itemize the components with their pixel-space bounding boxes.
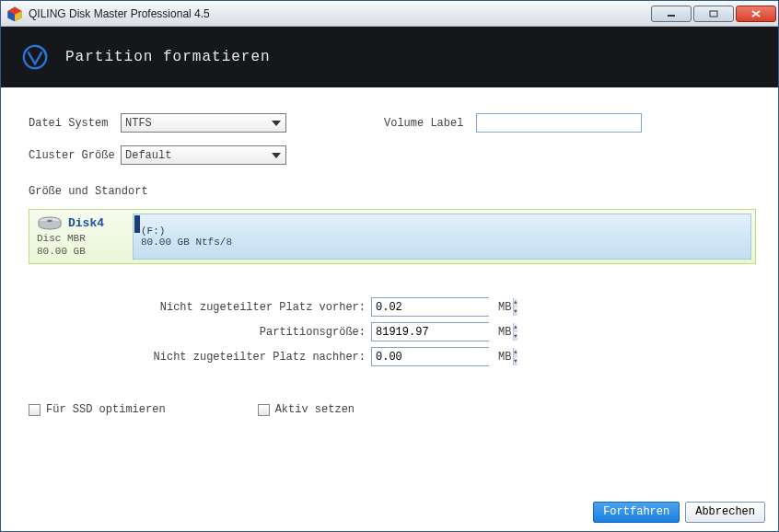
- unalloc-after-input[interactable]: [372, 348, 513, 365]
- minimize-icon: [667, 10, 676, 17]
- partition-handle[interactable]: [134, 215, 140, 233]
- chevron-down-icon: [268, 148, 284, 162]
- unit-label: MB: [498, 326, 511, 339]
- spinner-down-icon[interactable]: ▼: [514, 332, 517, 341]
- maximize-button[interactable]: [693, 6, 734, 22]
- spinner-up-icon[interactable]: ▲: [514, 348, 517, 357]
- unit-label: MB: [498, 351, 511, 364]
- ssd-optimize-checkbox[interactable]: Für SSD optimieren: [29, 403, 166, 416]
- unalloc-before-input[interactable]: [372, 298, 513, 316]
- volume-label-label: Volume Label: [384, 117, 476, 130]
- volume-label-input[interactable]: [476, 113, 642, 133]
- page-title: Partition formatieren: [65, 49, 271, 65]
- hdd-icon: [37, 215, 63, 232]
- cluster-size-value: Default: [125, 149, 171, 162]
- spinner-down-icon[interactable]: ▼: [514, 307, 517, 317]
- checkbox-icon: [29, 404, 41, 416]
- partition-description: 80.00 GB Ntfs/8: [141, 237, 750, 248]
- unalloc-before-label: Nicht zugeteilter Platz vorher:: [29, 301, 371, 314]
- unalloc-before-spinner[interactable]: ▲ ▼: [371, 297, 489, 317]
- svg-marker-10: [272, 153, 281, 158]
- logo-icon: [21, 43, 49, 71]
- disk-name: Disk4: [68, 216, 104, 230]
- unalloc-after-spinner[interactable]: ▲ ▼: [371, 347, 489, 366]
- file-system-label: Datei System: [29, 117, 121, 130]
- partition-size-input[interactable]: [372, 323, 513, 341]
- maximize-icon: [709, 10, 718, 17]
- disk-info: Disk4 Disc MBR 80.00 GB: [33, 214, 133, 260]
- chevron-down-icon: [268, 116, 284, 130]
- file-system-select[interactable]: NTFS: [121, 113, 286, 133]
- disk-type: Disc MBR: [37, 232, 133, 245]
- close-icon: [751, 10, 761, 17]
- unit-label: MB: [498, 301, 511, 314]
- footer: Fortfahren Abbrechen: [1, 492, 778, 531]
- partition-bar[interactable]: (F:) 80.00 GB Ntfs/8: [133, 214, 751, 260]
- cluster-size-label: Cluster Größe: [29, 149, 121, 162]
- app-icon: [6, 6, 23, 22]
- cancel-button[interactable]: Abbrechen: [685, 502, 765, 523]
- titlebar: QILING Disk Master Professional 4.5: [1, 1, 778, 27]
- unalloc-after-label: Nicht zugeteilter Platz nachher:: [29, 351, 371, 364]
- minimize-button[interactable]: [651, 6, 692, 22]
- spinner-down-icon[interactable]: ▼: [514, 357, 517, 366]
- partition-drive-letter: (F:): [141, 226, 750, 237]
- disk-panel: Disk4 Disc MBR 80.00 GB (F:) 80.00 GB Nt…: [29, 209, 756, 264]
- svg-rect-5: [710, 11, 717, 17]
- content-area: Datei System NTFS Volume Label Cluster G…: [1, 87, 778, 492]
- continue-button[interactable]: Fortfahren: [593, 502, 680, 523]
- disk-capacity: 80.00 GB: [37, 245, 133, 258]
- svg-point-12: [47, 220, 52, 222]
- partition-size-spinner[interactable]: ▲ ▼: [371, 322, 489, 341]
- svg-marker-9: [272, 121, 281, 126]
- file-system-value: NTFS: [125, 117, 152, 130]
- partition-size-label: Partitionsgröße:: [29, 326, 371, 339]
- set-active-label: Aktiv setzen: [275, 403, 355, 416]
- page-header: Partition formatieren: [1, 27, 778, 87]
- cluster-size-select[interactable]: Default: [121, 145, 286, 165]
- checkbox-icon: [258, 404, 270, 416]
- ssd-optimize-label: Für SSD optimieren: [46, 403, 166, 416]
- close-button[interactable]: [736, 6, 776, 22]
- spinner-up-icon[interactable]: ▲: [514, 298, 517, 307]
- set-active-checkbox[interactable]: Aktiv setzen: [258, 403, 355, 416]
- spinner-up-icon[interactable]: ▲: [514, 323, 517, 332]
- size-section-heading: Größe und Standort: [29, 185, 756, 198]
- window-title: QILING Disk Master Professional 4.5: [29, 7, 651, 20]
